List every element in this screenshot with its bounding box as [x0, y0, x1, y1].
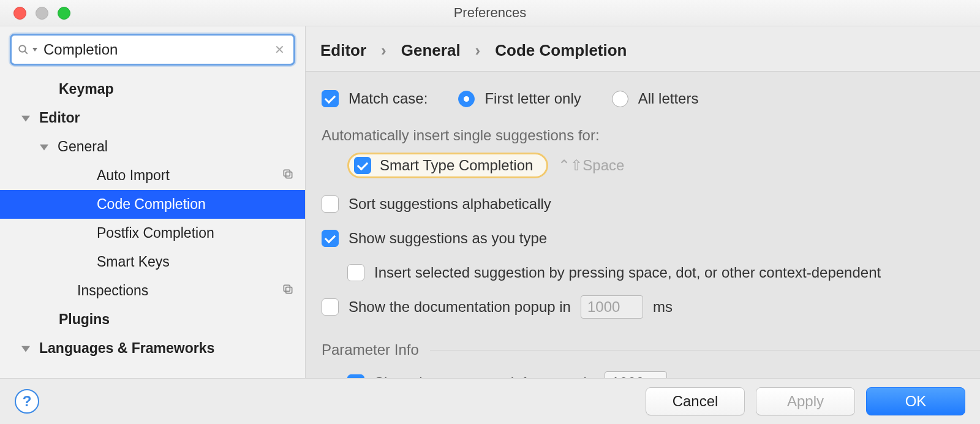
search-input[interactable]: [42, 40, 272, 59]
disclosure-triangle-icon[interactable]: [20, 343, 32, 355]
sidebar-item-code-completion[interactable]: Code Completion: [0, 190, 305, 219]
sidebar-item-plugins[interactable]: Plugins: [0, 305, 305, 334]
tree-spacer: [39, 83, 51, 96]
window-title: Preferences: [0, 5, 980, 21]
settings-tree[interactable]: KeymapEditorGeneralAuto ImportCode Compl…: [0, 72, 305, 378]
sort-alphabetically-checkbox[interactable]: [322, 195, 339, 213]
sidebar-item-inspections[interactable]: Inspections: [0, 276, 305, 305]
main-panel: Editor › General › Code Completion Match…: [306, 26, 980, 378]
sidebar-item-label: General: [58, 138, 108, 155]
copy-settings-icon[interactable]: [282, 167, 294, 184]
sidebar-item-auto-import[interactable]: Auto Import: [0, 161, 305, 190]
sidebar-item-label: Code Completion: [97, 196, 206, 213]
sidebar-item-label: Plugins: [59, 311, 110, 328]
breadcrumb-item[interactable]: Code Completion: [495, 41, 627, 60]
tree-spacer: [77, 199, 89, 211]
tree-spacer: [39, 314, 51, 326]
sidebar-item-editor[interactable]: Editor: [0, 104, 305, 132]
help-button[interactable]: ?: [15, 389, 39, 414]
show-as-you-type-label[interactable]: Show suggestions as you type: [349, 230, 547, 247]
breadcrumb-item[interactable]: Editor: [320, 41, 366, 60]
search-icon: [18, 44, 29, 55]
doc-popup-label-after: ms: [653, 298, 673, 316]
breadcrumb: Editor › General › Code Completion: [306, 26, 980, 72]
cancel-button[interactable]: Cancel: [646, 387, 745, 415]
smart-type-highlight: Smart Type Completion: [347, 153, 548, 178]
match-case-checkbox[interactable]: [322, 90, 339, 107]
all-letters-radio[interactable]: [612, 91, 628, 107]
sidebar-item-postfix-completion[interactable]: Postfix Completion: [0, 219, 305, 248]
insert-by-space-row: Insert selected suggestion by pressing s…: [306, 256, 980, 290]
first-letter-only-radio[interactable]: [458, 91, 475, 107]
svg-rect-2: [286, 172, 292, 178]
disclosure-triangle-icon[interactable]: [20, 112, 32, 124]
smart-type-completion-label[interactable]: Smart Type Completion: [380, 157, 533, 174]
parameter-info-popup-row: Show the parameter info popup in ms: [306, 366, 980, 378]
sidebar-item-languages-frameworks[interactable]: Languages & Frameworks: [0, 334, 305, 363]
sidebar-item-label: Keymap: [59, 81, 113, 97]
tree-spacer: [77, 170, 89, 182]
tree-spacer: [77, 256, 89, 268]
settings-form: Match case: First letter only All letter…: [306, 72, 980, 378]
parameter-info-title: Parameter Info: [322, 341, 419, 358]
sidebar-item-label: Languages & Frameworks: [39, 340, 214, 357]
smart-type-completion-row: Smart Type Completion ⌃⇧Space: [306, 151, 980, 183]
insert-by-space-label[interactable]: Insert selected suggestion by pressing s…: [374, 264, 881, 281]
show-as-you-type-checkbox[interactable]: [322, 230, 339, 247]
tree-spacer: [58, 285, 70, 297]
preferences-window: Preferences ✕ KeymapEditorGeneralAuto Im…: [0, 0, 980, 424]
svg-rect-3: [284, 170, 290, 176]
insert-by-space-checkbox[interactable]: [347, 264, 364, 281]
search-box[interactable]: ✕: [10, 34, 295, 66]
sidebar-item-label: Auto Import: [97, 167, 170, 184]
smart-type-completion-checkbox[interactable]: [354, 157, 371, 174]
show-as-you-type-row: Show suggestions as you type: [306, 221, 980, 256]
sidebar-item-label: Postfix Completion: [97, 225, 214, 241]
clear-search-button[interactable]: ✕: [272, 42, 287, 57]
tree-spacer: [77, 227, 89, 240]
footer: ? Cancel Apply OK: [0, 378, 980, 424]
sidebar: ✕ KeymapEditorGeneralAuto ImportCode Com…: [0, 26, 306, 378]
doc-popup-delay-input[interactable]: [581, 295, 643, 319]
sidebar-item-label: Editor: [39, 110, 80, 126]
first-letter-only-label[interactable]: First letter only: [484, 90, 581, 107]
breadcrumb-item[interactable]: General: [401, 41, 461, 60]
auto-insert-heading: Automatically insert single suggestions …: [306, 116, 980, 151]
chevron-right-icon: ›: [475, 41, 481, 60]
svg-point-0: [19, 45, 26, 52]
sidebar-item-label: Smart Keys: [97, 254, 170, 270]
smart-type-shortcut: ⌃⇧Space: [558, 157, 624, 174]
disclosure-triangle-icon[interactable]: [38, 141, 50, 153]
all-letters-label[interactable]: All letters: [638, 90, 699, 107]
sidebar-item-label: Inspections: [77, 282, 148, 299]
chevron-right-icon: ›: [381, 41, 386, 60]
doc-popup-row: Show the documentation popup in ms: [306, 290, 980, 324]
sort-alphabetically-row: Sort suggestions alphabetically: [306, 183, 980, 221]
svg-rect-5: [284, 285, 290, 291]
search-history-dropdown-icon[interactable]: [32, 48, 37, 51]
ok-button[interactable]: OK: [866, 387, 965, 415]
match-case-label: Match case:: [349, 90, 428, 107]
parameter-info-section: Parameter Info: [306, 324, 980, 366]
sidebar-item-smart-keys[interactable]: Smart Keys: [0, 248, 305, 276]
sidebar-item-keymap[interactable]: Keymap: [0, 75, 305, 104]
parameter-info-delay-input[interactable]: [605, 371, 667, 378]
separator-line: [430, 350, 980, 350]
svg-line-1: [25, 51, 28, 54]
sort-alphabetically-label[interactable]: Sort suggestions alphabetically: [349, 195, 551, 213]
apply-button[interactable]: Apply: [756, 387, 855, 415]
doc-popup-checkbox[interactable]: [322, 298, 339, 316]
copy-settings-icon[interactable]: [282, 282, 294, 299]
titlebar: Preferences: [0, 0, 980, 26]
doc-popup-label-before[interactable]: Show the documentation popup in: [349, 298, 571, 316]
match-case-row: Match case: First letter only All letter…: [306, 81, 980, 116]
sidebar-item-general[interactable]: General: [0, 132, 305, 161]
svg-rect-4: [286, 287, 292, 293]
